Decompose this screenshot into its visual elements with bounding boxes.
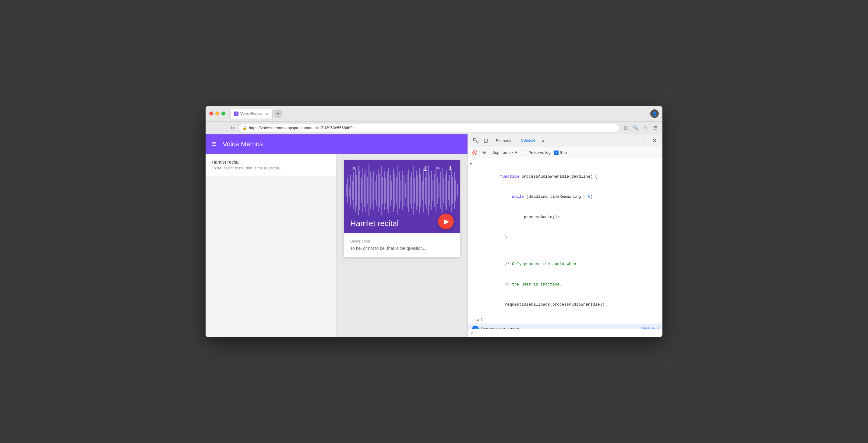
svg-rect-40 [407,174,407,207]
svg-rect-47 [417,175,418,206]
preserve-log-area: Preserve log [523,150,551,155]
title-bar: 🎙 Voice Memos ✕ + 👤 [206,106,662,122]
dropdown-arrow-icon: ▼ [514,150,518,155]
svg-rect-36 [401,180,401,201]
download-icon[interactable]: ⬇ [445,164,455,173]
maximize-button[interactable] [221,112,225,116]
tab-close-icon[interactable]: ✕ [265,112,269,116]
app-toolbar: ☰ Voice Memos [206,135,467,154]
detail-panel: ✕ 🗑 ✏ ⬇ [337,154,467,337]
tab-elements[interactable]: Elements [492,136,516,145]
device-toolbar-icon[interactable] [482,136,491,145]
console-input[interactable] [475,331,659,335]
svg-rect-26 [385,178,386,203]
svg-rect-49 [420,174,421,207]
svg-rect-3 [350,175,351,206]
active-tab[interactable]: 🎙 Voice Memos ✕ [230,109,273,119]
svg-rect-45 [414,178,415,203]
svg-rect-14 [367,177,368,204]
svg-rect-58 [434,174,435,207]
svg-rect-12 [364,174,365,207]
memo-description: To be, or not to be, that is the questio… [212,166,330,170]
svg-rect-4 [352,181,353,200]
devtools-close-area: ⋮ ✕ [639,136,659,145]
svg-rect-43 [411,172,412,209]
minimize-button[interactable] [215,112,219,116]
cast-icon[interactable]: ⊡ [622,124,629,131]
svg-rect-62 [440,172,441,209]
forward-button[interactable]: → [219,124,226,131]
reload-button[interactable]: ↻ [229,124,236,131]
delete-icon[interactable]: 🗑 [421,164,431,173]
svg-rect-10 [361,178,362,203]
memo-item[interactable]: Hamlet recital To be, or not to be, that… [206,154,336,176]
clear-console-button[interactable]: 🚫 [471,149,478,156]
svg-line-75 [476,141,478,143]
card-header: ✕ 🗑 ✏ ⬇ [344,160,460,233]
svg-rect-74 [474,138,476,141]
expand-arrow[interactable]: ▶ [470,160,472,167]
memos-list: Hamlet recital To be, or not to be, that… [206,154,337,337]
profile-icon[interactable]: 👤 [650,109,659,118]
memo-title: Hamlet recital [212,159,330,165]
svg-rect-2 [349,187,350,197]
preserve-log-checkbox[interactable] [523,150,527,155]
svg-rect-52 [425,177,426,204]
svg-rect-64 [443,178,444,203]
card-close-button[interactable]: ✕ [349,164,359,173]
card-toolbar-right: 🗑 ✏ ⬇ [421,164,455,173]
tab-console[interactable]: Console [517,136,539,145]
preserve-log-label: Preserve log [528,150,551,155]
svg-rect-27 [387,172,388,209]
address-bar: ← → ↻ 🔒 https://voice-memos.appspot.com/… [206,122,662,135]
description-label: Description [350,239,454,243]
console-content: ▶ function processAudioWhenIdle(deadline… [468,158,662,329]
detail-card: ✕ 🗑 ✏ ⬇ [344,160,460,257]
svg-rect-72 [455,180,456,201]
frame-selector[interactable]: <top frame> ▼ [490,150,519,155]
content-area: ☰ Voice Memos Hamlet recital To be, or n… [206,135,662,337]
hamburger-icon[interactable]: ☰ [212,141,217,147]
traffic-lights [209,112,225,116]
filter-icon[interactable] [480,149,488,156]
new-tab-button[interactable]: + [274,109,282,118]
webpage: ☰ Voice Memos Hamlet recital To be, or n… [206,135,467,337]
svg-rect-68 [449,175,450,206]
console-input-line: > [468,329,662,337]
svg-rect-53 [426,172,427,209]
devtools-toolbar: Elements Console » ⋮ ✕ [468,135,662,147]
url-bar[interactable]: 🔒 https://voice-memos.appspot.com/detail… [239,124,620,132]
svg-rect-70 [452,177,453,204]
devtools-panel: Elements Console » ⋮ ✕ 🚫 [467,135,662,337]
svg-rect-7 [356,175,357,206]
menu-icon[interactable]: ☰ [651,124,659,131]
inspect-element-icon[interactable] [471,136,480,145]
app-title: Voice Memos [223,140,263,148]
svg-rect-16 [370,172,371,209]
devtools-close-button[interactable]: ✕ [650,136,659,145]
play-button[interactable]: ▶ [438,214,454,229]
svg-rect-61 [439,183,439,198]
show-area: ✓ Sho [554,150,567,155]
close-button[interactable] [209,112,213,116]
svg-rect-5 [353,172,354,209]
url-text: https://voice-memos.appspot.com/details/… [249,125,355,130]
devtools-more-menu[interactable]: ⋮ [639,136,648,145]
console-toolbar: 🚫 <top frame> ▼ Preserve log ✓ Sho [468,147,662,158]
play-icon: ▶ [444,217,449,226]
search-icon[interactable]: 🔍 [632,124,639,131]
svg-rect-35 [399,172,400,209]
back-button[interactable]: ← [209,124,217,131]
show-checkbox[interactable]: ✓ [554,150,559,155]
edit-icon[interactable]: ✏ [433,164,443,173]
console-prompt: > [471,331,473,335]
more-tabs-button[interactable]: » [540,137,546,144]
secure-icon: 🔒 [242,126,247,130]
return-arrow-icon: ◀ [476,318,478,322]
svg-rect-71 [454,172,455,209]
svg-rect-19 [375,181,375,200]
return-value: 3 [480,318,483,322]
card-toolbar: ✕ 🗑 ✏ ⬇ [344,160,460,177]
svg-rect-24 [382,177,383,204]
bookmark-icon[interactable]: ☆ [642,124,649,131]
